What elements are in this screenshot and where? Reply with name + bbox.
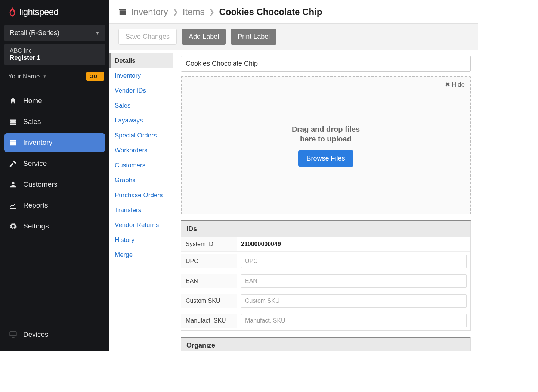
chevron-right-icon: ❯: [209, 8, 214, 16]
item-subnav: Details Inventory Vendor IDs Sales Layaw…: [109, 50, 173, 351]
svg-point-0: [12, 182, 14, 184]
clock-status-badge[interactable]: OUT: [86, 72, 104, 81]
item-name-input[interactable]: [181, 56, 471, 72]
company-register[interactable]: ABC Inc Register 1: [4, 44, 105, 65]
nav-reports[interactable]: Reports: [4, 196, 105, 215]
system-id-value: 210000000049: [237, 238, 470, 251]
file-dropzone[interactable]: ✖ Hide Drag and drop files here to uploa…: [181, 76, 471, 214]
hammer-icon: [9, 159, 17, 168]
archive-icon: [9, 139, 17, 147]
flame-icon: [8, 7, 16, 17]
print-label-button[interactable]: Print Label: [231, 29, 276, 45]
subnav-workorders[interactable]: Workorders: [109, 143, 173, 158]
system-id-label: System ID: [181, 237, 237, 251]
subnav-merge[interactable]: Merge: [109, 248, 173, 262]
product-selector-label: Retail (R-Series): [10, 29, 59, 37]
svg-rect-1: [10, 332, 16, 336]
subnav-special-orders[interactable]: Special Orders: [109, 128, 173, 143]
dropzone-text: Drag and drop files here to upload: [292, 124, 360, 144]
subnav-purchase-orders[interactable]: Purchase Orders: [109, 188, 173, 203]
brand-logo: lightspeed: [0, 0, 109, 22]
subnav-sales[interactable]: Sales: [109, 98, 173, 113]
organize-section-header: Organize: [181, 338, 470, 351]
nav-devices[interactable]: Devices: [4, 325, 105, 344]
nav-sales[interactable]: Sales: [4, 112, 105, 131]
subnav-transfers[interactable]: Transfers: [109, 203, 173, 218]
subnav-vendor-returns[interactable]: Vendor Returns: [109, 218, 173, 233]
company-name: ABC Inc: [10, 47, 100, 54]
gear-icon: [9, 222, 17, 230]
browse-files-button[interactable]: Browse Files: [298, 150, 353, 167]
nav-label: Reports: [23, 201, 48, 209]
nav-service[interactable]: Service: [4, 154, 105, 173]
nav-label: Home: [23, 97, 42, 105]
nav-label: Customers: [23, 180, 58, 189]
breadcrumb-inventory[interactable]: Inventory: [131, 7, 168, 17]
nav-home[interactable]: Home: [4, 91, 105, 110]
chevron-down-icon: ▼: [95, 31, 100, 36]
breadcrumb-current: Cookies Chocolate Chip: [219, 7, 322, 17]
breadcrumb: Inventory ❯ Items ❯ Cookies Chocolate Ch…: [109, 0, 478, 23]
nav-inventory[interactable]: Inventory: [4, 133, 105, 152]
subnav-customers[interactable]: Customers: [109, 158, 173, 173]
subnav-graphs[interactable]: Graphs: [109, 173, 173, 188]
subnav-details[interactable]: Details: [109, 53, 173, 68]
custom-sku-label: Custom SKU: [181, 294, 237, 308]
toolbar: Save Changes Add Label Print Label: [109, 23, 478, 50]
breadcrumb-items[interactable]: Items: [183, 7, 205, 17]
ean-input[interactable]: [241, 274, 467, 288]
upc-input[interactable]: [241, 255, 467, 268]
subnav-inventory[interactable]: Inventory: [109, 68, 173, 83]
nav-customers[interactable]: Customers: [4, 175, 105, 194]
custom-sku-input[interactable]: [241, 294, 467, 308]
upc-label: UPC: [181, 254, 237, 268]
organize-section: Organize Category Pastry: [181, 337, 471, 351]
register-name: Register 1: [10, 54, 100, 62]
chart-icon: [9, 201, 17, 209]
subnav-layaways[interactable]: Layaways: [109, 113, 173, 128]
manufact-sku-label: Manufact. SKU: [181, 314, 237, 328]
ean-label: EAN: [181, 274, 237, 288]
subnav-vendor-ids[interactable]: Vendor IDs: [109, 83, 173, 98]
nav-label: Service: [23, 159, 47, 168]
nav-label: Inventory: [23, 139, 52, 147]
user-menu[interactable]: Your Name ▼: [8, 73, 46, 80]
hide-label: Hide: [452, 81, 465, 88]
manufact-sku-input[interactable]: [241, 314, 467, 327]
chevron-right-icon: ❯: [173, 8, 178, 16]
brand-name: lightspeed: [19, 7, 58, 17]
user-name-label: Your Name: [8, 73, 40, 80]
chevron-down-icon: ▼: [43, 74, 46, 78]
user-icon: [9, 180, 17, 189]
subnav-history[interactable]: History: [109, 233, 173, 248]
add-label-button[interactable]: Add Label: [182, 29, 226, 45]
nav-label: Devices: [23, 330, 49, 339]
cash-register-icon: [9, 118, 17, 126]
hide-dropzone-link[interactable]: ✖ Hide: [445, 81, 465, 88]
ids-section: IDs System ID 210000000049 UPC EAN Cu: [181, 220, 471, 331]
ids-section-header: IDs: [181, 221, 470, 237]
home-icon: [9, 97, 17, 105]
nav-settings[interactable]: Settings: [4, 217, 105, 236]
nav-label: Settings: [23, 222, 49, 230]
save-changes-button: Save Changes: [118, 29, 177, 45]
monitor-icon: [9, 330, 17, 339]
nav-label: Sales: [23, 118, 41, 126]
close-icon: ✖: [445, 81, 450, 88]
archive-icon: [118, 8, 127, 16]
product-selector[interactable]: Retail (R-Series) ▼: [4, 25, 105, 41]
